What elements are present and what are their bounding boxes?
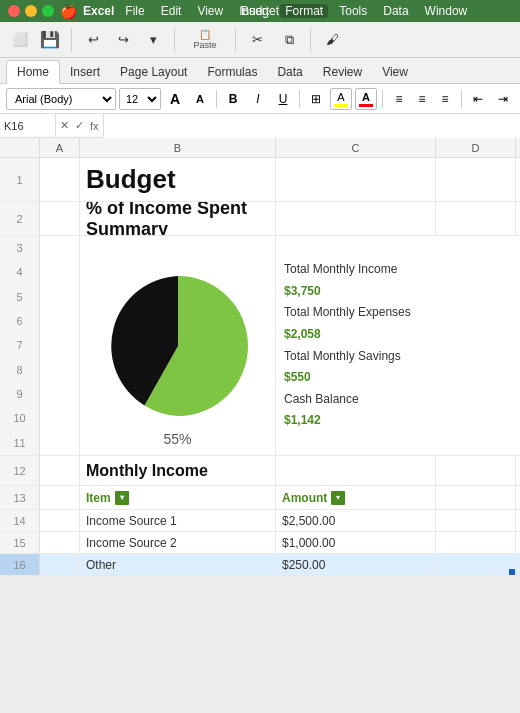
bold-button[interactable]: B [222,88,244,110]
more-button[interactable]: ▾ [139,27,167,53]
cell-14a[interactable] [40,510,80,531]
pie-cell-a [40,236,80,455]
font-color-button[interactable]: A [355,88,377,110]
toolbar-sep-2 [174,28,175,52]
tab-insert[interactable]: Insert [60,61,110,83]
row-num-12: 12 [0,456,40,485]
tab-formulas[interactable]: Formulas [197,61,267,83]
italic-button[interactable]: I [247,88,269,110]
cell-14c[interactable]: $2,500.00 [276,510,436,531]
cash-value: $1,142 [284,410,428,432]
cell-2a[interactable] [40,202,80,235]
col-header-b: B [80,138,276,157]
check-icon[interactable]: ✕ [60,119,69,132]
menu-file[interactable]: File [120,4,149,18]
amount-filter-arrow[interactable]: ▾ [331,491,345,505]
row-15: 15 Income Source 2 $1,000.00 [0,532,520,554]
new-button[interactable]: ⬜ [6,27,34,53]
cell-12d[interactable] [436,456,516,485]
cell-16e[interactable] [516,554,520,575]
cell-13e[interactable] [516,486,520,509]
item-filter-arrow[interactable]: ▾ [115,491,129,505]
menu-window[interactable]: Window [420,4,473,18]
cell-13b[interactable]: Item ▾ [80,486,276,509]
cell-2c[interactable] [276,202,436,235]
align-right-button[interactable]: ≡ [434,88,456,110]
row-num-header [0,138,40,157]
font-grow-button[interactable]: A [164,88,186,110]
cell-1d[interactable] [436,158,516,201]
tab-review[interactable]: Review [313,61,372,83]
cell-1a[interactable] [40,158,80,201]
font-family-select[interactable]: Arial (Body) [6,88,116,110]
col-header-e: E [516,138,520,157]
cell-14b[interactable]: Income Source 1 [80,510,276,531]
menu-format[interactable]: Format [280,4,328,18]
cell-13c[interactable]: Amount ▾ [276,486,436,509]
indent-increase-button[interactable]: ⇥ [492,88,514,110]
formula-input[interactable] [104,114,520,138]
indent-decrease-button[interactable]: ⇤ [467,88,489,110]
save-button[interactable]: 💾 [36,27,64,53]
cell-12c[interactable] [276,456,436,485]
paste-button[interactable]: 📋 Paste [182,25,228,55]
menu-edit[interactable]: Edit [156,4,187,18]
toolbar-group-file: ⬜ 💾 [6,27,64,53]
cell-1b[interactable]: Budget [80,158,276,201]
cell-1c[interactable] [276,158,436,201]
fx-icon[interactable]: fx [90,120,99,132]
cell-16d[interactable] [436,554,516,575]
tab-view[interactable]: View [372,61,418,83]
copy-button[interactable]: ⧉ [275,27,303,53]
maximize-button[interactable] [42,5,54,17]
menu-view[interactable]: View [192,4,228,18]
cell-14d[interactable] [436,510,516,531]
tab-home[interactable]: Home [6,60,60,84]
undo-button[interactable]: ↩ [79,27,107,53]
cell-15c[interactable]: $1,000.00 [276,532,436,553]
format-painter[interactable]: 🖌 [318,27,346,53]
cell-1e[interactable] [516,158,520,201]
cell-14e[interactable] [516,510,520,531]
cell-12e[interactable] [516,456,520,485]
fmt-sep-3 [382,90,383,108]
savings-value: $550 [284,367,428,389]
fill-handle[interactable] [509,569,515,575]
fill-color-indicator [334,104,348,107]
cell-16b[interactable]: Other [80,554,276,575]
row-13: 13 Item ▾ Amount ▾ [0,486,520,510]
cell-2d[interactable] [436,202,516,235]
fill-color-button[interactable]: A [330,88,352,110]
font-size-select[interactable]: 12 [119,88,161,110]
font-shrink-button[interactable]: A [189,88,211,110]
cell-16c[interactable]: $250.00 [276,554,436,575]
cell-12b[interactable]: Monthly Income [80,456,276,485]
close-button[interactable] [8,5,20,17]
cell-2e[interactable] [516,202,520,235]
pie-chart-cell: 55% [80,236,276,455]
borders-button[interactable]: ⊞ [305,88,327,110]
cell-16a[interactable] [40,554,80,575]
pie-chart-area: 3 4 5 6 7 8 9 10 11 [0,236,520,456]
cell-13d[interactable] [436,486,516,509]
cell-15b[interactable]: Income Source 2 [80,532,276,553]
underline-button[interactable]: U [272,88,294,110]
cell-15e[interactable] [516,532,520,553]
redo-button[interactable]: ↪ [109,27,137,53]
cancel-icon[interactable]: ✓ [75,119,84,132]
cell-15d[interactable] [436,532,516,553]
cell-15a[interactable] [40,532,80,553]
apple-menu[interactable]: 🍎 [60,3,77,19]
tab-page-layout[interactable]: Page Layout [110,61,197,83]
tab-data[interactable]: Data [267,61,312,83]
menu-data[interactable]: Data [378,4,413,18]
menu-tools[interactable]: Tools [334,4,372,18]
minimize-button[interactable] [25,5,37,17]
cut-button[interactable]: ✂ [243,27,271,53]
cell-12a[interactable] [40,456,80,485]
cell-2b[interactable]: % of Income Spent Summary [80,202,276,235]
align-left-button[interactable]: ≡ [388,88,410,110]
col-header-d: D [436,138,516,157]
cell-13a[interactable] [40,486,80,509]
align-center-button[interactable]: ≡ [411,88,433,110]
